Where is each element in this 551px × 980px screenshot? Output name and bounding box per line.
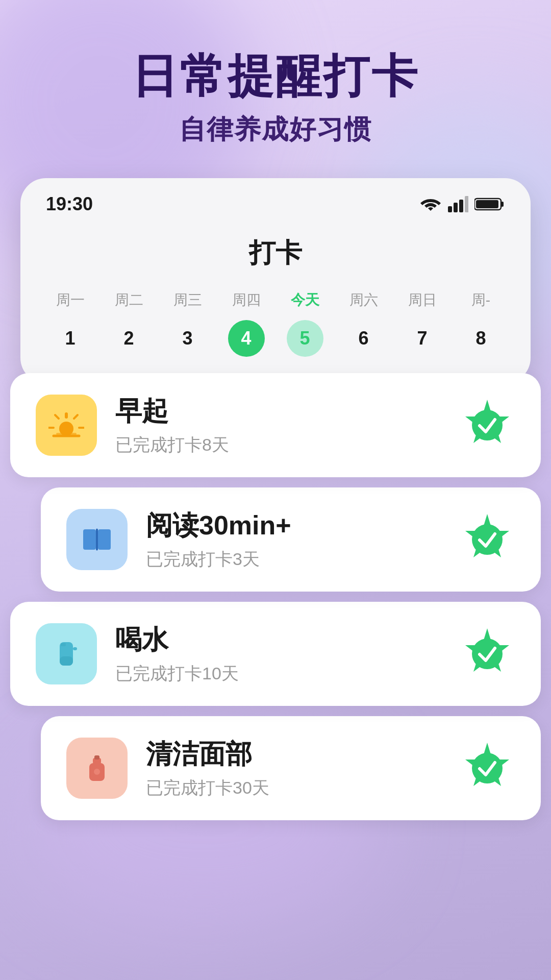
- svg-rect-18: [83, 529, 96, 550]
- habit-progress-face: 已完成打卡30天: [146, 776, 441, 800]
- habit-card-face[interactable]: 清洁面部 已完成打卡30天: [41, 716, 541, 820]
- check-icon-zaogi: [474, 412, 500, 438]
- svg-rect-30: [94, 755, 99, 760]
- day-num-1[interactable]: 1: [41, 314, 99, 363]
- habit-card-read[interactable]: 阅读30min+ 已完成打卡3天: [41, 487, 541, 592]
- day-label-mon: 周一: [41, 286, 99, 314]
- svg-rect-23: [61, 643, 66, 646]
- svg-rect-2: [459, 200, 463, 212]
- calendar-title: 打卡: [41, 235, 510, 271]
- habit-name-water: 喝水: [115, 622, 441, 658]
- habit-name-read: 阅读30min+: [146, 508, 441, 544]
- svg-rect-5: [501, 202, 504, 207]
- day-label-thu: 周四: [217, 286, 276, 314]
- svg-rect-24: [60, 656, 73, 666]
- habit-progress-zaogi: 已完成打卡8天: [115, 433, 441, 457]
- check-icon-water: [474, 641, 500, 667]
- check-icon-read: [474, 527, 500, 552]
- day-num-5[interactable]: 5: [276, 314, 334, 363]
- svg-rect-15: [56, 433, 77, 435]
- main-title: 日常提醒打卡: [20, 51, 531, 102]
- check-icon-face: [474, 755, 500, 781]
- day-num-3[interactable]: 3: [158, 314, 217, 363]
- habit-info-face: 清洁面部 已完成打卡30天: [146, 737, 441, 800]
- day-label-tue: 周二: [99, 286, 158, 314]
- habit-info-zaogi: 早起 已完成打卡8天: [115, 394, 441, 457]
- habit-icon-water: [36, 623, 97, 684]
- habits-section: 早起 已完成打卡8天 阅读30min+ 已完成打卡3天: [0, 373, 551, 820]
- check-badge-read[interactable]: [459, 511, 515, 568]
- habit-card-water[interactable]: 喝水 已完成打卡10天: [10, 602, 541, 706]
- habit-icon-zaogi: [36, 395, 97, 456]
- sub-title: 自律养成好习惯: [20, 112, 531, 148]
- svg-rect-8: [65, 412, 68, 419]
- phone-card: 19:30 打卡: [20, 178, 531, 383]
- day-num-2[interactable]: 2: [99, 314, 158, 363]
- habit-info-water: 喝水 已完成打卡10天: [115, 622, 441, 685]
- day-num-6[interactable]: 6: [334, 314, 393, 363]
- svg-rect-25: [73, 647, 77, 650]
- status-bar: 19:30: [20, 178, 531, 220]
- calendar-grid: 周一 周二 周三 周四 今天 周六 周日 周- 1 2 3 4 5 6 7 8: [41, 286, 510, 363]
- check-badge-face[interactable]: [459, 740, 515, 796]
- svg-rect-19: [98, 529, 111, 550]
- svg-point-31: [94, 769, 100, 775]
- day-label-today: 今天: [276, 286, 334, 314]
- header-section: 日常提醒打卡 自律养成好习惯: [0, 0, 551, 178]
- day-label-wed: 周三: [158, 286, 217, 314]
- habit-name-face: 清洁面部: [146, 737, 441, 772]
- svg-rect-6: [476, 200, 498, 208]
- battery-icon: [474, 197, 505, 212]
- check-badge-zaogi[interactable]: [459, 397, 515, 453]
- svg-rect-3: [465, 196, 468, 212]
- day-label-sun: 周日: [393, 286, 452, 314]
- calendar-section: 打卡 周一 周二 周三 周四 今天 周六 周日 周- 1 2 3 4 5 6 7…: [20, 220, 531, 383]
- status-icons: [419, 196, 505, 212]
- day-label-next: 周-: [452, 286, 510, 314]
- day-label-sat: 周六: [334, 286, 393, 314]
- status-time: 19:30: [46, 193, 93, 215]
- habit-name-zaogi: 早起: [115, 394, 441, 429]
- svg-rect-1: [454, 203, 458, 212]
- habit-icon-read: [66, 509, 128, 570]
- habit-progress-read: 已完成打卡3天: [146, 548, 441, 571]
- svg-line-12: [55, 415, 59, 419]
- wifi-icon: [419, 196, 442, 212]
- day-num-7[interactable]: 7: [393, 314, 452, 363]
- signal-icon: [448, 196, 468, 212]
- day-num-4[interactable]: 4: [217, 314, 276, 363]
- habit-info-read: 阅读30min+ 已完成打卡3天: [146, 508, 441, 571]
- svg-rect-0: [448, 206, 452, 212]
- svg-line-11: [74, 415, 78, 419]
- habit-progress-water: 已完成打卡10天: [115, 662, 441, 685]
- habit-card-zaogi[interactable]: 早起 已完成打卡8天: [10, 373, 541, 477]
- day-num-8[interactable]: 8: [452, 314, 510, 363]
- habit-icon-face: [66, 738, 128, 799]
- check-badge-water[interactable]: [459, 626, 515, 682]
